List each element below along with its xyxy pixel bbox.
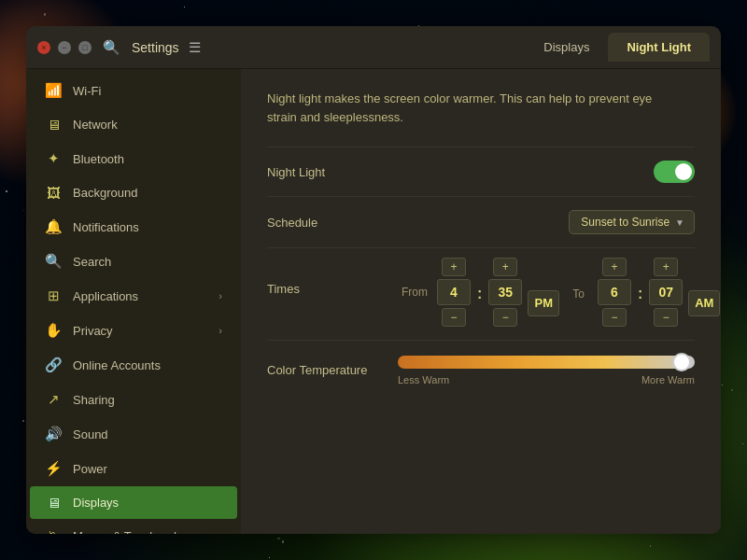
to-hour-minus[interactable]: − (602, 308, 627, 327)
menu-icon[interactable]: ☰ (189, 39, 201, 56)
times-control: From + 4 − : + 35 − (398, 258, 720, 327)
notifications-icon: 🔔 (45, 218, 62, 235)
tab-night-light[interactable]: Night Light (608, 33, 710, 62)
from-hour-value: 4 (437, 279, 471, 305)
from-hour-plus[interactable]: + (442, 258, 466, 276)
sidebar-label-notifications: Notifications (73, 220, 222, 234)
sidebar-item-power[interactable]: ⚡ Power (30, 452, 237, 485)
from-ampm-group: PM (528, 290, 559, 316)
color-temp-slider-container: Less Warm More Warm (398, 356, 695, 385)
slider-labels: Less Warm More Warm (398, 374, 695, 385)
schedule-dropdown[interactable]: Sunset to Sunrise ▼ (569, 210, 695, 234)
sidebar-item-bluetooth[interactable]: ✦ Bluetooth (30, 142, 237, 175)
to-ampm-value: AM (688, 290, 720, 316)
to-min-value: 07 (649, 279, 683, 305)
color-temp-control: Less Warm More Warm (398, 356, 695, 385)
sidebar-label-network: Network (73, 118, 222, 132)
night-light-description: Night light makes the screen color warme… (267, 90, 659, 126)
background-icon: 🖼 (45, 185, 62, 201)
toggle-knob (675, 163, 692, 180)
applications-icon: ⊞ (45, 287, 62, 304)
power-icon: ⚡ (45, 460, 62, 477)
times-container: From + 4 − : + 35 − (398, 258, 720, 327)
sidebar-item-background[interactable]: 🖼 Background (30, 176, 237, 209)
slider-thumb[interactable] (672, 353, 691, 371)
dropdown-arrow-icon: ▼ (675, 217, 684, 228)
bluetooth-icon: ✦ (45, 150, 62, 167)
to-hour-plus[interactable]: + (602, 258, 627, 276)
color-temp-label: Color Temperature (267, 363, 398, 377)
from-min-plus[interactable]: + (493, 258, 517, 276)
to-min-group: + 07 − (649, 258, 683, 327)
sidebar-label-bluetooth: Bluetooth (73, 152, 222, 166)
night-light-row: Night Light (267, 147, 695, 196)
color-temp-slider[interactable] (398, 356, 695, 369)
sidebar-label-sharing: Sharing (73, 393, 222, 407)
sidebar-item-online-accounts[interactable]: 🔗 Online Accounts (30, 348, 237, 382)
from-hour-group: + 4 − (437, 258, 471, 327)
schedule-value: Sunset to Sunrise (581, 216, 669, 229)
online-accounts-icon: 🔗 (45, 357, 62, 373)
to-label: To (572, 287, 585, 301)
from-min-value: 35 (488, 279, 522, 305)
more-warm-label: More Warm (641, 374, 695, 385)
to-hour-group: + 6 − (598, 258, 631, 327)
sidebar-item-displays[interactable]: 🖥 Displays (30, 486, 237, 519)
schedule-row: Schedule Sunset to Sunrise ▼ (267, 196, 695, 247)
from-min-minus[interactable]: − (493, 308, 517, 327)
from-label: From (402, 286, 428, 299)
search-sidebar-icon: 🔍 (45, 253, 62, 270)
sidebar-label-privacy: Privacy (73, 324, 207, 338)
sidebar-item-mouse-touchpad[interactable]: 🖱 Mouse & Touchpad (30, 520, 237, 534)
sharing-icon: ↗ (45, 391, 62, 408)
sidebar-item-notifications[interactable]: 🔔 Notifications (30, 210, 237, 244)
from-colon: : (477, 286, 482, 302)
search-icon[interactable]: 🔍 (103, 39, 120, 56)
times-row: Times From + 4 − : + (267, 247, 695, 340)
sidebar-label-background: Background (73, 186, 222, 200)
night-light-toggle[interactable] (654, 161, 695, 183)
sidebar-label-search: Search (73, 255, 222, 269)
from-min-group: + 35 − (488, 258, 522, 327)
sound-icon: 🔊 (45, 426, 62, 442)
wifi-icon: 📶 (45, 82, 62, 99)
color-temp-row: Color Temperature Less Warm More Warm (267, 340, 695, 399)
maximize-button[interactable]: □ (78, 41, 92, 54)
sidebar-item-applications[interactable]: ⊞ Applications › (30, 279, 237, 313)
sidebar-label-wifi: Wi-Fi (73, 84, 222, 98)
window-title: Settings (132, 40, 179, 55)
minimize-button[interactable]: − (58, 41, 71, 54)
privacy-arrow: › (218, 325, 222, 336)
tab-displays[interactable]: Displays (525, 33, 608, 62)
sidebar-item-wifi[interactable]: 📶 Wi-Fi (30, 74, 237, 107)
sidebar-item-search[interactable]: 🔍 Search (30, 245, 237, 278)
sidebar-item-sound[interactable]: 🔊 Sound (30, 417, 237, 451)
to-hour-value: 6 (598, 279, 631, 305)
settings-window: × − □ 🔍 Settings ☰ Displays Night Light … (26, 26, 721, 534)
night-light-control (398, 161, 695, 183)
from-ampm-value: PM (528, 290, 559, 316)
sidebar-label-power: Power (73, 462, 222, 476)
displays-icon: 🖥 (45, 495, 62, 511)
sidebar-item-network[interactable]: 🖥 Network (30, 108, 237, 141)
schedule-label: Schedule (267, 216, 398, 230)
to-min-plus[interactable]: + (654, 258, 678, 276)
sidebar-item-sharing[interactable]: ↗ Sharing (30, 383, 237, 416)
main-area: 📶 Wi-Fi 🖥 Network ✦ Bluetooth 🖼 Backgrou… (26, 69, 721, 534)
titlebar: × − □ 🔍 Settings ☰ Displays Night Light (26, 26, 721, 69)
sidebar: 📶 Wi-Fi 🖥 Network ✦ Bluetooth 🖼 Backgrou… (26, 69, 241, 534)
sidebar-label-online-accounts: Online Accounts (73, 358, 222, 372)
to-colon: : (638, 286, 642, 302)
sidebar-item-privacy[interactable]: ✋ Privacy › (30, 314, 237, 347)
schedule-control: Sunset to Sunrise ▼ (398, 210, 695, 234)
network-icon: 🖥 (45, 117, 62, 133)
sidebar-label-sound: Sound (73, 427, 222, 441)
sidebar-label-displays: Displays (73, 496, 222, 510)
from-hour-minus[interactable]: − (442, 308, 466, 327)
close-button[interactable]: × (37, 41, 50, 54)
night-light-label: Night Light (267, 165, 398, 179)
to-min-minus[interactable]: − (654, 308, 678, 327)
sidebar-label-applications: Applications (73, 289, 207, 303)
mouse-touchpad-icon: 🖱 (45, 528, 62, 534)
window-controls: × − □ (37, 41, 92, 54)
